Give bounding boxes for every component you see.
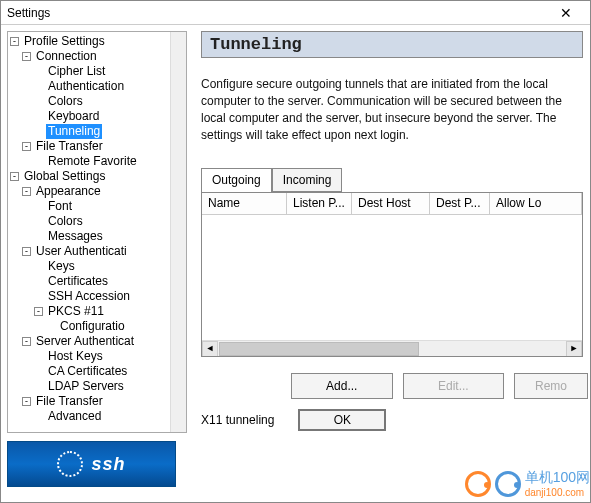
watermark: 单机100网 danji100.com bbox=[465, 469, 590, 498]
tree-colors[interactable]: Colors bbox=[46, 94, 85, 109]
tree-ldap[interactable]: LDAP Servers bbox=[46, 379, 126, 394]
scroll-right-icon[interactable]: ► bbox=[566, 341, 582, 357]
tree-server-auth[interactable]: Server Authenticat bbox=[34, 334, 136, 349]
tree-configuration[interactable]: Configuratio bbox=[58, 319, 127, 334]
x11-label: X11 tunneling bbox=[201, 413, 274, 427]
collapse-icon[interactable]: - bbox=[22, 337, 31, 346]
right-pane: Tunneling Configure secure outgoing tunn… bbox=[193, 25, 590, 503]
tree-user-auth[interactable]: User Authenticati bbox=[34, 244, 129, 259]
tree-global-settings[interactable]: Global Settings bbox=[22, 169, 107, 184]
tree-keyboard[interactable]: Keyboard bbox=[46, 109, 101, 124]
watermark-url: danji100.com bbox=[525, 487, 590, 498]
tree-pkcs11[interactable]: PKCS #11 bbox=[46, 304, 106, 319]
col-dest-host[interactable]: Dest Host bbox=[352, 193, 430, 215]
tab-incoming[interactable]: Incoming bbox=[272, 168, 343, 192]
close-icon[interactable]: ✕ bbox=[546, 3, 586, 23]
remove-button[interactable]: Remo bbox=[514, 373, 588, 399]
col-listen-port[interactable]: Listen P... bbox=[287, 193, 352, 215]
tunnels-table[interactable]: Name Listen P... Dest Host Dest P... All… bbox=[201, 192, 583, 357]
tree-host-keys[interactable]: Host Keys bbox=[46, 349, 105, 364]
title-bar: Settings ✕ bbox=[1, 1, 590, 25]
tree-remote-favorite[interactable]: Remote Favorite bbox=[46, 154, 139, 169]
tree-scrollbar[interactable] bbox=[170, 32, 186, 432]
watermark-icon bbox=[495, 471, 521, 497]
tree-font[interactable]: Font bbox=[46, 199, 74, 214]
tree-keys[interactable]: Keys bbox=[46, 259, 77, 274]
collapse-icon[interactable]: - bbox=[34, 307, 43, 316]
scroll-thumb[interactable] bbox=[219, 342, 419, 356]
tree-authentication[interactable]: Authentication bbox=[46, 79, 126, 94]
tree-file-transfer2[interactable]: File Transfer bbox=[34, 394, 105, 409]
tree-profile-settings[interactable]: Profile Settings bbox=[22, 34, 107, 49]
collapse-icon[interactable]: - bbox=[22, 187, 31, 196]
scroll-left-icon[interactable]: ◄ bbox=[202, 341, 218, 357]
col-allow-local[interactable]: Allow Lo bbox=[490, 193, 582, 215]
tunnel-tabs: Outgoing Incoming bbox=[201, 168, 588, 192]
collapse-icon[interactable]: - bbox=[10, 37, 19, 46]
tree-connection[interactable]: Connection bbox=[34, 49, 99, 64]
col-dest-port[interactable]: Dest P... bbox=[430, 193, 490, 215]
collapse-icon[interactable]: - bbox=[10, 172, 19, 181]
add-button[interactable]: Add... bbox=[291, 373, 393, 399]
collapse-icon[interactable]: - bbox=[22, 247, 31, 256]
edit-button[interactable]: Edit... bbox=[403, 373, 505, 399]
collapse-icon[interactable]: - bbox=[22, 397, 31, 406]
settings-tree[interactable]: -Profile Settings -Connection Cipher Lis… bbox=[7, 31, 187, 433]
tab-outgoing[interactable]: Outgoing bbox=[201, 168, 272, 192]
ssh-logo-text: ssh bbox=[91, 454, 125, 475]
panel-description: Configure secure outgoing tunnels that a… bbox=[201, 76, 583, 144]
tree-ssh-accession[interactable]: SSH Accession bbox=[46, 289, 132, 304]
col-name[interactable]: Name bbox=[202, 193, 287, 215]
tree-cipher-list[interactable]: Cipher List bbox=[46, 64, 107, 79]
tree-colors2[interactable]: Colors bbox=[46, 214, 85, 229]
panel-title: Tunneling bbox=[201, 31, 583, 58]
window-title: Settings bbox=[7, 6, 546, 20]
table-hscroll[interactable]: ◄ ► bbox=[202, 340, 582, 356]
left-pane: -Profile Settings -Connection Cipher Lis… bbox=[1, 25, 193, 503]
watermark-icon bbox=[465, 471, 491, 497]
tree-messages[interactable]: Messages bbox=[46, 229, 105, 244]
ok-button[interactable]: OK bbox=[298, 409, 386, 431]
ssh-logo: ssh bbox=[7, 441, 176, 487]
tree-certificates[interactable]: Certificates bbox=[46, 274, 110, 289]
tree-tunneling[interactable]: Tunneling bbox=[46, 124, 102, 139]
tree-appearance[interactable]: Appearance bbox=[34, 184, 103, 199]
tree-ca-certs[interactable]: CA Certificates bbox=[46, 364, 129, 379]
watermark-text: 单机100网 bbox=[525, 469, 590, 487]
ssh-logo-icon bbox=[57, 451, 83, 477]
tree-file-transfer[interactable]: File Transfer bbox=[34, 139, 105, 154]
collapse-icon[interactable]: - bbox=[22, 142, 31, 151]
tree-advanced[interactable]: Advanced bbox=[46, 409, 103, 424]
collapse-icon[interactable]: - bbox=[22, 52, 31, 61]
